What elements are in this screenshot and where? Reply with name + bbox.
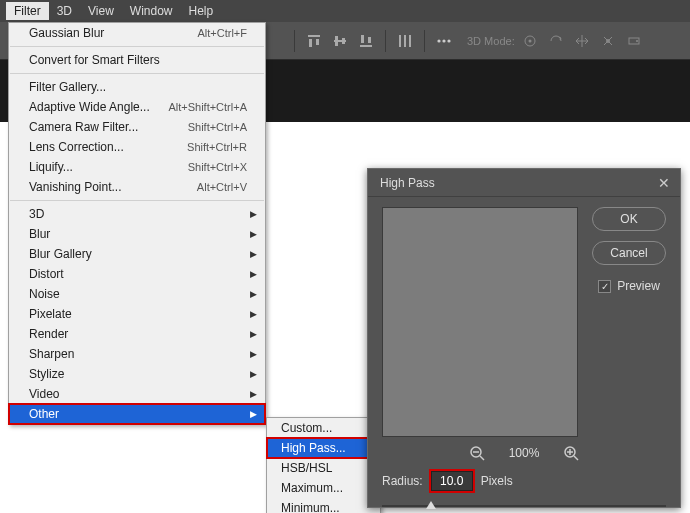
submenu-item-custom[interactable]: Custom...: [267, 418, 380, 438]
checkbox-icon: ✓: [598, 280, 611, 293]
preview-box[interactable]: [382, 207, 578, 437]
svg-rect-5: [342, 38, 345, 44]
svg-point-13: [442, 39, 445, 42]
chevron-right-icon: ▶: [250, 289, 257, 299]
dialog-titlebar[interactable]: High Pass ✕: [368, 169, 680, 197]
chevron-right-icon: ▶: [250, 349, 257, 359]
high-pass-dialog: High Pass ✕ OK Cancel ✓ Preview 100% Rad…: [367, 168, 681, 508]
roll-icon[interactable]: [545, 30, 567, 52]
preview-checkbox[interactable]: ✓ Preview: [598, 279, 660, 293]
menu-item-last-filter[interactable]: Gaussian Blur Alt+Ctrl+F: [9, 23, 265, 43]
menu-item-noise[interactable]: Noise▶: [9, 284, 265, 304]
submenu-item-hsb-hsl[interactable]: HSB/HSL: [267, 458, 380, 478]
separator: [10, 200, 264, 201]
svg-rect-4: [335, 36, 338, 46]
ok-button[interactable]: OK: [592, 207, 666, 231]
svg-rect-10: [404, 35, 406, 47]
chevron-right-icon: ▶: [250, 269, 257, 279]
slide-icon[interactable]: [597, 30, 619, 52]
menu-item-render[interactable]: Render▶: [9, 324, 265, 344]
menu-item-label: Convert for Smart Filters: [29, 53, 160, 67]
menu-item-smart-filters[interactable]: Convert for Smart Filters: [9, 50, 265, 70]
chevron-right-icon: ▶: [250, 369, 257, 379]
menu-item-filter-gallery[interactable]: Filter Gallery...: [9, 77, 265, 97]
pan-icon[interactable]: [571, 30, 593, 52]
chevron-right-icon: ▶: [250, 249, 257, 259]
submenu-item-minimum[interactable]: Minimum...: [267, 498, 380, 513]
menu-item-other[interactable]: Other▶: [9, 404, 265, 424]
menu-item-sharpen[interactable]: Sharpen▶: [9, 344, 265, 364]
zoom-level: 100%: [509, 446, 540, 460]
menu-item-stylize[interactable]: Stylize▶: [9, 364, 265, 384]
svg-point-16: [528, 39, 531, 42]
menu-3d[interactable]: 3D: [49, 2, 80, 20]
menu-view[interactable]: View: [80, 2, 122, 20]
svg-line-24: [574, 456, 578, 460]
zoom-out-icon[interactable]: [469, 445, 485, 461]
menu-item-video[interactable]: Video▶: [9, 384, 265, 404]
menu-item-camera-raw[interactable]: Camera Raw Filter...Shift+Ctrl+A: [9, 117, 265, 137]
svg-rect-8: [368, 37, 371, 43]
menu-item-distort[interactable]: Distort▶: [9, 264, 265, 284]
chevron-right-icon: ▶: [250, 209, 257, 219]
svg-rect-1: [309, 39, 312, 47]
divider: [424, 30, 425, 52]
radius-label: Radius:: [382, 474, 423, 488]
submenu-item-high-pass[interactable]: High Pass...: [267, 438, 380, 458]
submenu-item-maximum[interactable]: Maximum...: [267, 478, 380, 498]
menu-item-lens-correction[interactable]: Lens Correction...Shift+Ctrl+R: [9, 137, 265, 157]
chevron-right-icon: ▶: [250, 409, 257, 419]
cancel-button[interactable]: Cancel: [592, 241, 666, 265]
preview-label: Preview: [617, 279, 660, 293]
svg-marker-27: [426, 501, 436, 509]
radius-slider[interactable]: [382, 499, 666, 513]
menu-item-pixelate[interactable]: Pixelate▶: [9, 304, 265, 324]
menu-filter[interactable]: Filter: [6, 2, 49, 20]
menu-item-liquify[interactable]: Liquify...Shift+Ctrl+X: [9, 157, 265, 177]
svg-point-14: [447, 39, 450, 42]
separator: [10, 46, 264, 47]
separator: [10, 73, 264, 74]
scale-icon[interactable]: [623, 30, 645, 52]
svg-point-12: [437, 39, 440, 42]
svg-rect-6: [360, 45, 372, 47]
divider: [385, 30, 386, 52]
menu-item-vanishing-point[interactable]: Vanishing Point...Alt+Ctrl+V: [9, 177, 265, 197]
svg-point-19: [636, 40, 638, 42]
close-icon[interactable]: ✕: [656, 175, 672, 191]
dialog-title-text: High Pass: [380, 176, 435, 190]
svg-point-17: [606, 39, 610, 43]
menu-item-3d[interactable]: 3D▶: [9, 204, 265, 224]
svg-rect-9: [399, 35, 401, 47]
chevron-right-icon: ▶: [250, 309, 257, 319]
orbit-icon[interactable]: [519, 30, 541, 52]
filter-menu: Gaussian Blur Alt+Ctrl+F Convert for Sma…: [8, 22, 266, 425]
menu-help[interactable]: Help: [181, 2, 222, 20]
menu-item-blur[interactable]: Blur▶: [9, 224, 265, 244]
align-vcenter-icon[interactable]: [329, 30, 351, 52]
menu-item-blur-gallery[interactable]: Blur Gallery▶: [9, 244, 265, 264]
3d-mode-label: 3D Mode:: [467, 35, 515, 47]
other-submenu: Custom... High Pass... HSB/HSL Maximum..…: [266, 417, 381, 513]
zoom-in-icon[interactable]: [563, 445, 579, 461]
menu-item-shortcut: Alt+Ctrl+F: [197, 27, 247, 39]
menu-item-adaptive-wide-angle[interactable]: Adaptive Wide Angle...Alt+Shift+Ctrl+A: [9, 97, 265, 117]
chevron-right-icon: ▶: [250, 329, 257, 339]
more-icon[interactable]: [433, 30, 455, 52]
svg-rect-0: [308, 35, 320, 37]
slider-thumb[interactable]: [426, 501, 436, 511]
align-bottom-icon[interactable]: [355, 30, 377, 52]
menu-window[interactable]: Window: [122, 2, 181, 20]
divider: [294, 30, 295, 52]
align-top-icon[interactable]: [303, 30, 325, 52]
svg-line-21: [480, 456, 484, 460]
menubar: Filter 3D View Window Help: [0, 0, 690, 22]
chevron-right-icon: ▶: [250, 229, 257, 239]
svg-rect-7: [361, 35, 364, 43]
distribute-icon[interactable]: [394, 30, 416, 52]
radius-unit: Pixels: [481, 474, 513, 488]
menu-item-label: Gaussian Blur: [29, 26, 104, 40]
svg-rect-2: [316, 39, 319, 45]
radius-input[interactable]: [431, 471, 473, 491]
chevron-right-icon: ▶: [250, 389, 257, 399]
